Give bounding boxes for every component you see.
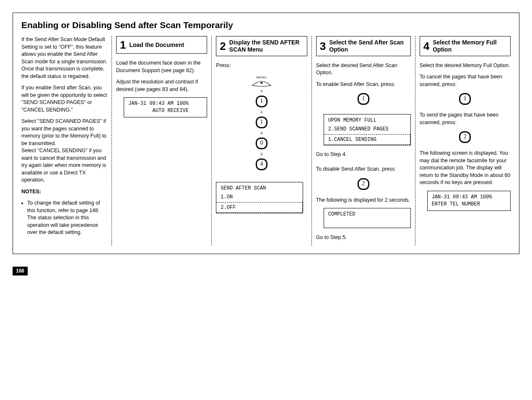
- intro-p2: If you enable Send after Scan, you will …: [21, 84, 107, 114]
- key-sequence: MENU + 1 + 1 + 0 + 4: [216, 73, 307, 171]
- step2-lcd: SEND AFTER SCAN 1.ON 2.OFF: [216, 182, 303, 213]
- key-block: 2: [420, 130, 511, 144]
- lcd-line: UPON MEMORY FULL: [327, 116, 407, 125]
- step3-column: 3 Select the Send After Scan Option Sele…: [316, 36, 411, 245]
- notes-heading: NOTES:: [21, 188, 107, 196]
- keypad-1[interactable]: 1: [459, 93, 471, 105]
- divider: [112, 36, 112, 245]
- menu-icon: [252, 80, 272, 87]
- step4-p3: To send the pages that have been scanned…: [420, 112, 511, 126]
- step4-column: 4 Select the Memory Full Option Select t…: [420, 36, 511, 245]
- step3-p1: Select the desired Send After Scan Optio…: [316, 62, 411, 77]
- step4-num: 4: [423, 41, 429, 52]
- step1-title: Load the Document: [129, 42, 184, 49]
- key-block: 2: [316, 177, 411, 191]
- step2-column: 2 Display the SEND AFTER SCAN Menu Press…: [216, 36, 307, 245]
- step4-lcd: JAN-31 09:43 AM 100% ENTER TEL NUMBER: [427, 191, 511, 211]
- step3-lcd2: COMPLETED: [324, 208, 411, 228]
- plus-icon: +: [216, 151, 307, 157]
- step2-title: Display the SEND AFTER SCAN Menu: [229, 39, 304, 53]
- step1-column: 1 Load the Document Load the document fa…: [116, 36, 207, 245]
- step1-header: 1 Load the Document: [116, 36, 207, 54]
- divider: [211, 36, 212, 245]
- section-title: Enabling or Disabling Send after Scan Te…: [21, 19, 511, 31]
- lcd-line: 2.SEND SCANNED PAGES: [327, 125, 407, 134]
- step3-p5: The following is displayed for 2 seconds…: [316, 197, 411, 204]
- menu-button[interactable]: MENU: [250, 75, 273, 87]
- step4-title: Select the Memory Full Option: [433, 39, 507, 53]
- keypad-1[interactable]: 1: [358, 93, 369, 105]
- lcd-line: COMPLETED: [328, 211, 356, 217]
- step3-header: 3 Select the Send After Scan Option: [316, 36, 411, 56]
- step4-p4: The following screen is displayed. You m…: [420, 150, 511, 187]
- step4-header: 4 Select the Memory Full Option: [420, 36, 511, 56]
- step1-lcd: JAN-31 09:43 AM 100% AUTO RECEIVE: [124, 97, 207, 117]
- step3-p6: Go to Step 5.: [316, 234, 411, 242]
- step2-header: 2 Display the SEND AFTER SCAN Menu: [216, 36, 307, 56]
- step3-p2: To enable Send After Scan, press:: [316, 81, 411, 88]
- plus-icon: +: [216, 109, 307, 115]
- lcd-line: 1.CANCEL SENDING: [324, 134, 410, 145]
- step4-p2: To cancel the pages that have been scann…: [420, 73, 511, 88]
- keypad-1[interactable]: 1: [256, 117, 267, 128]
- page-number: 166: [13, 267, 28, 275]
- keypad-4[interactable]: 4: [256, 158, 267, 170]
- lcd-line: AUTO RECEIVE: [128, 108, 189, 114]
- step2-num: 2: [220, 41, 226, 52]
- lcd-line: 1.ON: [220, 193, 299, 202]
- lcd-line: JAN-31 09:43 AM 100%: [128, 101, 189, 106]
- step2-press: Press:: [216, 62, 307, 70]
- intro-p3: Select "SEND SCANNED PAGES" if you want …: [21, 118, 107, 147]
- keypad-2[interactable]: 2: [358, 178, 369, 190]
- lcd-line: JAN-31 09:43 AM 100%: [432, 194, 492, 200]
- intro-p1: If the Send After Scan Mode Default Sett…: [21, 36, 107, 80]
- intro-column: If the Send After Scan Mode Default Sett…: [21, 36, 107, 245]
- key-block: 1: [316, 92, 411, 106]
- menu-label: MENU: [250, 75, 273, 80]
- step4-p1: Select the desired Memory Full Option.: [420, 62, 511, 70]
- step3-title: Select the Send After Scan Option: [329, 39, 407, 53]
- step1-num: 1: [120, 39, 126, 50]
- columns: If the Send After Scan Mode Default Sett…: [21, 36, 511, 245]
- lcd-line: SEND AFTER SCAN: [220, 184, 299, 193]
- keypad-1[interactable]: 1: [256, 96, 267, 107]
- plus-icon: +: [216, 130, 307, 136]
- divider: [415, 36, 415, 245]
- lcd-line: 2.OFF: [216, 202, 303, 213]
- keypad-2[interactable]: 2: [459, 131, 471, 143]
- step1-p1: Load the document face down in the Docum…: [116, 60, 207, 74]
- intro-p4: Select "CANCEL SENDING" if you want to c…: [21, 147, 107, 184]
- step3-lcd: UPON MEMORY FULL 2.SEND SCANNED PAGES 1.…: [324, 114, 411, 145]
- step3-p4: To disable Send After Scan, press:: [316, 166, 411, 173]
- lcd-line: ENTER TEL NUMBER: [432, 201, 480, 207]
- notes-list: To change the default setting of this fu…: [27, 200, 107, 236]
- divider: [311, 36, 312, 245]
- step3-num: 3: [320, 41, 326, 52]
- note-item: To change the default setting of this fu…: [27, 200, 107, 236]
- page-content: Enabling or Disabling Send after Scan Te…: [13, 13, 519, 254]
- step3-p3: Go to Step 4.: [316, 151, 411, 158]
- step1-p2: Adjust the resolution and contrast if de…: [116, 78, 207, 93]
- plus-icon: +: [216, 88, 307, 94]
- key-block: 1: [420, 92, 511, 106]
- keypad-0[interactable]: 0: [256, 138, 267, 149]
